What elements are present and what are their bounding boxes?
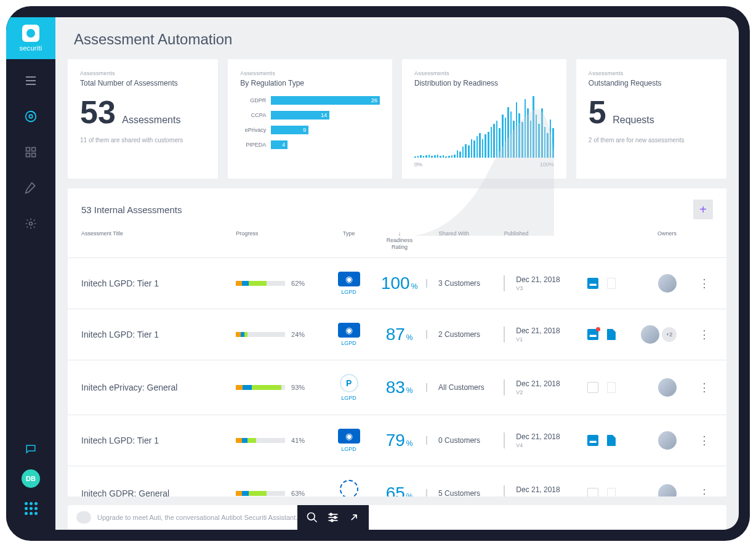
footer-text: Upgrade to meet Auti, the conversational… [97, 514, 297, 521]
brand-name: securiti [19, 44, 42, 52]
footer-tools [297, 505, 369, 530]
owner-avatar[interactable] [658, 378, 677, 397]
total-note: 11 of them are shared with customers [80, 137, 206, 144]
type-label: LGPD [341, 395, 356, 401]
svg-point-1 [29, 115, 33, 118]
col-type[interactable]: Type [325, 230, 372, 250]
table-row[interactable]: Initech ePrivacy: General 93% P LGPD 83%… [68, 360, 726, 415]
filter-icon[interactable] [327, 511, 339, 524]
card-eyebrow: Assessments [80, 70, 206, 76]
svg-rect-4 [26, 153, 30, 157]
nav-dashboard-icon[interactable] [22, 143, 40, 161]
nav-privacy-icon[interactable] [22, 107, 40, 126]
document-icon[interactable] [607, 278, 616, 289]
menu-toggle-button[interactable] [22, 71, 40, 90]
card-total-assessments: Assessments Total Number of Assessments … [68, 59, 218, 179]
card-title: Outstanding Requests [589, 79, 714, 87]
svg-point-12 [330, 513, 332, 515]
more-owners-badge[interactable]: +2 [662, 327, 677, 342]
type-cell: ◉ LGPD [325, 323, 372, 346]
progress-bar [236, 281, 285, 286]
row-menu-button[interactable]: ⋮ [695, 381, 713, 394]
message-icon[interactable] [587, 382, 598, 393]
message-icon[interactable] [587, 488, 598, 496]
regulation-bar-row: ePrivacy 9 [240, 126, 380, 134]
user-avatar-badge[interactable]: DB [22, 469, 40, 488]
document-icon[interactable] [607, 329, 616, 340]
summary-cards: Assessments Total Number of Assessments … [55, 59, 739, 179]
readiness-cell: 100% [372, 274, 426, 293]
table-heading: 53 Internal Assessments [81, 205, 182, 215]
progress-bar [236, 385, 285, 390]
message-icon[interactable]: ▬ [587, 329, 598, 340]
document-icon[interactable] [607, 488, 616, 496]
type-cell: ◉ LGPD [325, 429, 372, 452]
col-owners[interactable]: Owners [641, 230, 695, 250]
shared-with-cell: All Customers [426, 383, 504, 392]
owners-cell: +2 [641, 325, 695, 344]
regulation-bar-row: PIPEDA 4 [240, 140, 380, 149]
apps-grid-icon[interactable] [22, 499, 40, 517]
total-number: 53 [80, 96, 116, 128]
owners-cell [641, 484, 695, 496]
published-cell: Dec 21, 2018 V3 [504, 485, 587, 496]
table-column-headers: Assessment Title Progress Type ↓ Readine… [68, 225, 726, 258]
chat-icon[interactable] [22, 440, 40, 458]
svg-point-14 [331, 519, 333, 521]
col-title[interactable]: Assessment Title [81, 230, 236, 250]
brand-logo[interactable]: securiti [6, 17, 55, 59]
progress-cell: 63% [236, 490, 325, 496]
card-title: By Regulation Type [240, 79, 380, 87]
svg-rect-3 [32, 148, 36, 152]
add-assessment-button[interactable]: + [693, 200, 713, 219]
progress-text: 62% [291, 280, 305, 287]
type-cell: ◉ LGPD [325, 272, 372, 295]
document-icon[interactable] [607, 382, 616, 393]
card-outstanding-requests: Assessments Outstanding Requests 5 Reque… [576, 59, 726, 179]
search-icon[interactable] [306, 511, 318, 524]
col-progress[interactable]: Progress [236, 230, 325, 250]
progress-bar [236, 332, 285, 337]
owner-avatar[interactable] [658, 484, 677, 496]
svg-point-6 [30, 222, 33, 225]
row-menu-button[interactable]: ⋮ [695, 277, 713, 290]
reg-label: CCPA [240, 112, 271, 118]
row-menu-button[interactable]: ⋮ [695, 328, 713, 341]
nav-tools-icon[interactable] [22, 179, 40, 197]
owner-avatar[interactable] [658, 274, 677, 293]
row-menu-button[interactable]: ⋮ [695, 434, 713, 447]
outstanding-note: 2 of them are for new assessments [589, 137, 714, 144]
logo-icon [22, 25, 39, 42]
document-icon[interactable] [607, 435, 616, 446]
card-readiness-distribution: Assessments Distribution by Readiness 0%… [402, 59, 566, 179]
actions-cell: ▬ [587, 435, 641, 446]
nav-settings-icon[interactable] [22, 214, 40, 233]
chat-bubble-icon [76, 511, 91, 524]
reg-label: GDPR [240, 97, 271, 103]
message-icon[interactable]: ▬ [587, 278, 598, 289]
message-icon[interactable]: ▬ [587, 435, 598, 446]
progress-text: 24% [291, 331, 305, 338]
owner-avatar[interactable] [658, 431, 677, 450]
owner-avatar[interactable] [641, 325, 659, 344]
card-regulation-type: Assessments By Regulation Type GDPR 26CC… [228, 59, 392, 179]
type-flag-icon: ◉ [338, 272, 360, 286]
progress-cell: 93% [236, 384, 325, 391]
table-row[interactable]: Initech LGPD: Tier 1 41% ◉ LGPD 79% 0 Cu… [68, 415, 726, 466]
expand-icon[interactable] [348, 511, 360, 524]
table-row[interactable]: Initech LGPD: Tier 1 24% ◉ LGPD 87% 2 Cu… [68, 309, 726, 360]
type-flag-icon: ◉ [338, 323, 360, 338]
card-eyebrow: Assessments [414, 70, 554, 76]
assessment-title: Initech LGPD: Tier 1 [81, 436, 236, 445]
type-stars-icon [340, 480, 358, 496]
readiness-cell: 65% [372, 484, 426, 496]
type-flag-icon: ◉ [338, 429, 360, 444]
table-row[interactable]: Initech LGPD: Tier 1 62% ◉ LGPD 100% 3 C… [68, 258, 726, 309]
progress-cell: 62% [236, 280, 325, 287]
table-row[interactable]: Initech GDPR: General 63% GDPR 65% 5 Cus… [68, 466, 726, 496]
assessment-title: Initech GDPR: General [81, 488, 236, 496]
table-body: Initech LGPD: Tier 1 62% ◉ LGPD 100% 3 C… [68, 258, 726, 496]
reg-label: PIPEDA [240, 142, 271, 148]
row-menu-button[interactable]: ⋮ [695, 487, 713, 496]
owners-cell [641, 274, 695, 293]
